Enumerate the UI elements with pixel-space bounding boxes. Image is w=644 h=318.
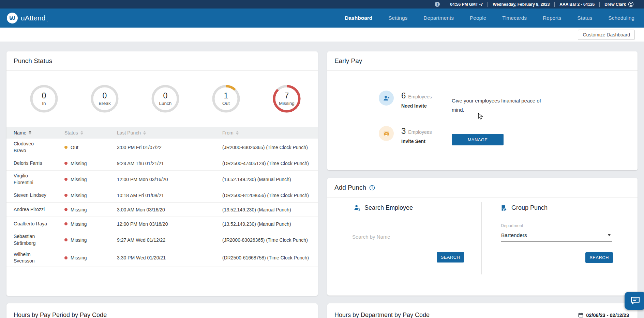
group-punch-search-button[interactable]: SEARCH	[585, 252, 613, 263]
table-row[interactable]: Wilhelm Svensson Missing 3:30 PM Wed 01/…	[6, 249, 318, 267]
employee-name: Steven Lindsey	[14, 192, 46, 198]
brand-name: uAttend	[21, 14, 45, 22]
table-row[interactable]: Clodoveo Bravo Out 3:00 PM Fri 01/07/22 …	[6, 139, 318, 156]
punch-source: (JR2000-83026365) (Time Clock Punch)	[222, 237, 318, 243]
nav-reports[interactable]: Reports	[543, 15, 561, 21]
status-text: Missing	[71, 177, 87, 182]
column-header-status[interactable]: Status	[64, 130, 117, 136]
punch-status-donut: 1 Out	[211, 84, 241, 114]
last-punch: 10:18 AM Fri 01/08/21	[117, 193, 222, 198]
nav-timecards[interactable]: Timecards	[502, 15, 527, 21]
status-text: Missing	[71, 237, 87, 243]
calendar-icon	[578, 313, 583, 318]
donut-value: 0	[103, 92, 107, 100]
hours-by-pay-period-card: Hours by Pay Period by Pay Code	[6, 303, 318, 318]
sort-icon	[236, 131, 239, 135]
vertical-divider	[481, 202, 482, 274]
table-row[interactable]: Virgilio Fiorentini Missing 12:00 PM Mon…	[6, 171, 318, 188]
table-row[interactable]: Gualberto Raya Missing 12:00 PM Mon 03/1…	[6, 217, 318, 231]
chevron-down-icon	[608, 234, 611, 236]
hours-by-department-card: Hours by Department by Pay Code 02/06/23…	[327, 303, 638, 318]
punch-source: (JR2000-83026365) (Time Clock Punch)	[222, 145, 318, 150]
column-header-last-punch[interactable]: Last Punch	[117, 130, 222, 136]
status-text: Missing	[71, 161, 87, 166]
status-text: Missing	[71, 193, 87, 198]
envelope-check-icon	[379, 126, 394, 141]
invite-sent-count: 3	[401, 126, 406, 136]
early-pay-card: Early Pay 6Employees Need Invite	[327, 51, 638, 170]
punch-status-table: Name Status Last Punch From Clodoveo Bra…	[6, 127, 318, 267]
add-punch-card: Add Punch Search Employee SEARCH	[327, 178, 638, 296]
manage-button[interactable]: MANAGE	[452, 134, 504, 145]
nav-scheduling[interactable]: Scheduling	[608, 15, 634, 21]
group-punch-heading: Group Punch	[511, 204, 548, 211]
table-row[interactable]: Sebastian Stršmberg Missing 9:27 AM Wed …	[6, 231, 318, 249]
table-row[interactable]: Andrea Pirozzi Missing 3:00 AM Mon 03/16…	[6, 203, 318, 217]
table-header: Name Status Last Punch From	[6, 127, 318, 139]
nav-status[interactable]: Status	[577, 15, 592, 21]
early-pay-description: Give your employees financial peace of m…	[452, 96, 544, 114]
employee-name: Wilhelm Svensson	[14, 252, 34, 264]
status-dot-icon	[64, 238, 68, 241]
chat-bubble-icon	[630, 296, 641, 306]
employee-name: Clodoveo Bravo	[14, 141, 34, 153]
nav-departments[interactable]: Departments	[423, 15, 454, 21]
topbar: ! 04:56 PM GMT -7 Wednesday, February 8,…	[0, 0, 644, 9]
punch-status-donut: 7 Missing	[272, 84, 302, 114]
department-selected-value: Bartenders	[501, 232, 527, 238]
status-text: Missing	[71, 255, 87, 260]
invite-sent-stat: 3Employees Invite Sent	[379, 126, 432, 144]
status-dot-icon	[64, 178, 68, 181]
info-icon[interactable]	[369, 185, 375, 191]
search-employee-icon	[353, 204, 361, 211]
search-employee-button[interactable]: SEARCH	[437, 252, 464, 263]
punch-source: (13.52.149.230) (Manual Punch)	[222, 177, 318, 182]
topbar-alerts[interactable]: !	[430, 2, 445, 7]
status-text: Missing	[71, 221, 87, 227]
topbar-account[interactable]: AAA Bar 2 - 64126	[554, 2, 599, 7]
last-punch: 9:27 AM Wed 01/12/22	[117, 237, 222, 243]
table-row[interactable]: Deloris Farris Missing 9:24 AM Thu 01/21…	[6, 156, 318, 171]
column-header-from[interactable]: From	[222, 130, 318, 136]
nav-settings[interactable]: Settings	[388, 15, 407, 21]
status-dot-icon	[64, 162, 68, 165]
nav-people[interactable]: People	[470, 15, 486, 21]
employee-name: Virgilio Fiorentini	[14, 173, 33, 185]
nav-dashboard[interactable]: Dashboard	[345, 15, 372, 21]
stat-divider	[378, 120, 430, 120]
date-range-picker[interactable]: 02/06/23 - 02/12/23	[578, 313, 629, 318]
topbar-date: Wednesday, February 8, 2023	[488, 2, 554, 7]
customize-dashboard-button[interactable]: Customize Dashboard	[578, 30, 635, 40]
invite-sent-label: Invite Sent	[401, 139, 432, 144]
last-punch: 3:00 PM Fri 01/07/22	[117, 145, 222, 150]
navbar: uAttend . Dashboard Settings Departments…	[0, 9, 644, 28]
early-pay-title: Early Pay	[334, 57, 362, 65]
status-text: Missing	[71, 207, 87, 212]
user-menu[interactable]: Drew Clark	[599, 2, 639, 7]
donut-label: Lunch	[159, 101, 172, 106]
donut-value: 1	[224, 92, 228, 100]
employee-name: Deloris Farris	[14, 160, 42, 166]
last-punch: 12:00 PM Mon 03/16/20	[117, 177, 222, 182]
topbar-time: 04:56 PM GMT -7	[445, 2, 488, 7]
punch-source: (DR2500-61668758) (Time Clock Punch)	[222, 255, 318, 260]
search-employee-input[interactable]	[351, 232, 464, 242]
uattend-logo-icon	[7, 13, 18, 23]
punch-source: (DR2500-47405124) (Time Clock Punch)	[222, 161, 318, 166]
add-punch-title: Add Punch	[334, 184, 366, 191]
group-punch-icon	[500, 204, 508, 211]
department-select[interactable]: Bartenders	[501, 229, 612, 242]
chat-button[interactable]	[625, 292, 644, 310]
employee-name: Sebastian Stršmberg	[14, 234, 36, 246]
table-row[interactable]: Steven Lindsey Missing 10:18 AM Fri 01/0…	[6, 188, 318, 203]
punch-source: (13.52.149.230) (Manual Punch)	[222, 207, 318, 212]
punch-source: (13.52.149.230) (Manual Punch)	[222, 221, 318, 227]
brand-logo[interactable]: uAttend .	[7, 13, 47, 23]
search-employee-heading: Search Employee	[364, 204, 413, 211]
column-header-name[interactable]: Name	[6, 130, 64, 136]
department-label: Department	[501, 223, 523, 228]
sort-icon	[29, 131, 31, 135]
status-text: Out	[71, 145, 78, 150]
need-invite-count: 6	[401, 91, 406, 100]
table-body: Clodoveo Bravo Out 3:00 PM Fri 01/07/22 …	[6, 139, 318, 267]
